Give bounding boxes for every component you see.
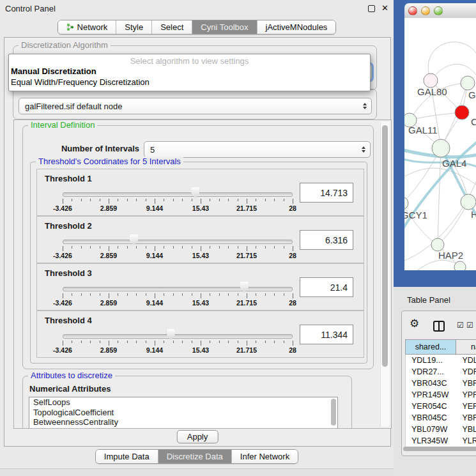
tick-label: 21.715	[236, 299, 257, 307]
table-row[interactable]: YDR27...YDR2	[406, 366, 476, 378]
algorithm-option-manual-discretization[interactable]: Manual Discretization	[11, 66, 96, 76]
minimize-traffic-light[interactable]	[421, 6, 430, 15]
float-window-icon[interactable]	[368, 5, 375, 12]
threshold-panel: Threshold 1-3.4262.8599.14415.4321.71528…	[36, 169, 364, 216]
tab-discretize-data[interactable]: Discretize Data	[158, 450, 231, 463]
apply-button[interactable]: Apply	[177, 430, 219, 443]
tab-style[interactable]: Style	[116, 20, 151, 34]
tick-label: -3.426	[53, 346, 72, 354]
numerical-attributes-list[interactable]: SelfLoopsTopologicalCoefficientBetweenne…	[29, 397, 338, 429]
tick-label: 2.859	[100, 252, 117, 259]
tick-mark	[109, 341, 109, 346]
network-view-window: GAL80G.CGAL11GAL4GCY1HHAP2	[394, 0, 476, 287]
interval-definition-group: Interval Definition Number of Intervals …	[22, 125, 374, 369]
settings-scrollbar-track[interactable]	[380, 121, 390, 427]
table-row[interactable]: YBR045CYBR0	[406, 412, 476, 424]
threshold-slider[interactable]: -3.4262.8599.14415.4321.71528	[63, 187, 293, 213]
number-of-intervals-select[interactable]: 5	[144, 141, 371, 158]
tick-mark	[256, 246, 256, 249]
attributes-group-legend: Attributes to discretize	[28, 371, 115, 380]
close-icon[interactable]: ✕	[381, 3, 388, 13]
network-node-c[interactable]	[455, 105, 469, 119]
algorithm-option-equal-width-frequency-discretization[interactable]: Equal Width/Frequency Discretization	[11, 77, 150, 87]
tab-jactivemnodules[interactable]: jActiveMNodules	[257, 20, 336, 34]
node-label: HAP2	[438, 250, 463, 261]
threshold-value[interactable]: 6.316	[300, 230, 353, 250]
gear-icon[interactable]: ⚙	[410, 317, 419, 330]
list-item-betweennesscentrality[interactable]: BetweennessCentrality	[29, 417, 337, 427]
tick-label: 2.859	[100, 204, 117, 212]
table-row[interactable]: YBL079WYBL0	[406, 424, 476, 435]
tick-label: 28	[289, 299, 296, 307]
table-row[interactable]: YLR345WYLR3	[406, 435, 476, 447]
table-row[interactable]: YBR043CYBR0	[406, 378, 476, 389]
table-cell: YER0	[456, 401, 476, 412]
slider-tick-labels: -3.4262.8599.14415.4321.71528	[63, 346, 293, 354]
tick-mark	[127, 341, 128, 343]
threshold-slider[interactable]: -3.4262.8599.14415.4321.71528	[63, 329, 293, 355]
tick-mark	[164, 293, 164, 296]
tab-impute-data[interactable]: Impute Data	[96, 450, 158, 463]
tick-mark	[265, 341, 266, 343]
threshold-value[interactable]: 11.344	[300, 325, 353, 344]
node-label: GAL11	[408, 125, 438, 135]
number-of-intervals-value: 5	[150, 145, 155, 155]
tick-mark	[192, 199, 192, 201]
threshold-slider[interactable]: -3.4262.8599.14415.4321.71528	[63, 282, 293, 307]
tick-mark	[72, 341, 72, 343]
tick-mark	[265, 199, 266, 201]
tab-infer-network[interactable]: Infer Network	[231, 450, 298, 463]
tick-label: 9.144	[146, 252, 163, 259]
tick-label: -3.426	[53, 299, 72, 307]
settings-scrollbar-thumb[interactable]	[382, 125, 388, 367]
checkbox-icon[interactable]: ☑	[466, 321, 473, 330]
tab-select[interactable]: Select	[151, 20, 192, 34]
zoom-traffic-light[interactable]	[434, 6, 443, 15]
list-item-selfloops[interactable]: SelfLoops	[29, 397, 337, 408]
list-item-topologicalcoefficient[interactable]: TopologicalCoefficient	[29, 408, 337, 418]
tick-label: 9.144	[146, 299, 163, 307]
tick-mark	[72, 293, 72, 296]
tick-label: 15.43	[192, 204, 209, 212]
threshold-value[interactable]: 14.713	[300, 183, 353, 203]
network-node[interactable]	[454, 261, 466, 270]
tick-mark	[136, 341, 137, 343]
tick-mark	[136, 246, 137, 249]
threshold-value[interactable]: 21.4	[300, 277, 353, 297]
list-scrollbar-thumb[interactable]	[331, 399, 336, 426]
combo-arrows-icon	[363, 103, 367, 109]
checkbox-icon[interactable]: ☑	[457, 321, 464, 330]
column-header-shared-[interactable]: shared...	[405, 339, 456, 355]
table-row[interactable]: YER054CYER0	[406, 401, 476, 412]
column-layout-icon[interactable]	[433, 321, 445, 332]
table-data-select[interactable]: galFiltered.sif default node	[19, 98, 372, 114]
network-window-titlebar[interactable]	[404, 3, 476, 19]
close-traffic-light[interactable]	[408, 6, 417, 15]
control-panel-window: Control Panel ✕ NetworkStyleSelectCyni T…	[0, 0, 394, 476]
tick-mark	[90, 199, 91, 201]
table-row[interactable]: YDL19...YDL1	[406, 355, 476, 366]
column-header-na[interactable]: na	[456, 339, 476, 355]
network-node-h[interactable]	[461, 194, 476, 210]
threshold-slider[interactable]: -3.4262.8599.14415.4321.71528	[63, 234, 293, 260]
tick-mark	[182, 293, 183, 296]
network-node-g-[interactable]	[461, 76, 475, 90]
network-node-hap2[interactable]	[431, 238, 444, 251]
table-horizontal-scrollbar[interactable]	[403, 447, 476, 451]
threshold-panel: Threshold 2-3.4262.8599.14415.4321.71528…	[36, 216, 364, 263]
network-node-gal4[interactable]	[432, 139, 450, 157]
table-row[interactable]: YPR145WYPR1	[406, 389, 476, 401]
tab-cyni-toolbox[interactable]: Cyni Toolbox	[192, 20, 256, 34]
tick-mark	[228, 341, 229, 343]
table-cell: YDL1	[456, 355, 476, 366]
node-label: C	[471, 116, 476, 127]
network-canvas[interactable]: GAL80G.CGAL11GAL4GCY1HHAP2	[404, 18, 476, 270]
tick-mark	[293, 341, 293, 346]
top-tab-bar: NetworkStyleSelectCyni ToolboxjActiveMNo…	[0, 20, 394, 35]
interval-definition-legend: Interval Definition	[28, 120, 97, 130]
tab-network[interactable]: Network	[58, 20, 116, 34]
network-node-gal80[interactable]	[424, 73, 438, 88]
network-node-gcy1[interactable]	[404, 197, 408, 210]
tick-mark	[109, 293, 109, 298]
tick-mark	[100, 293, 100, 296]
